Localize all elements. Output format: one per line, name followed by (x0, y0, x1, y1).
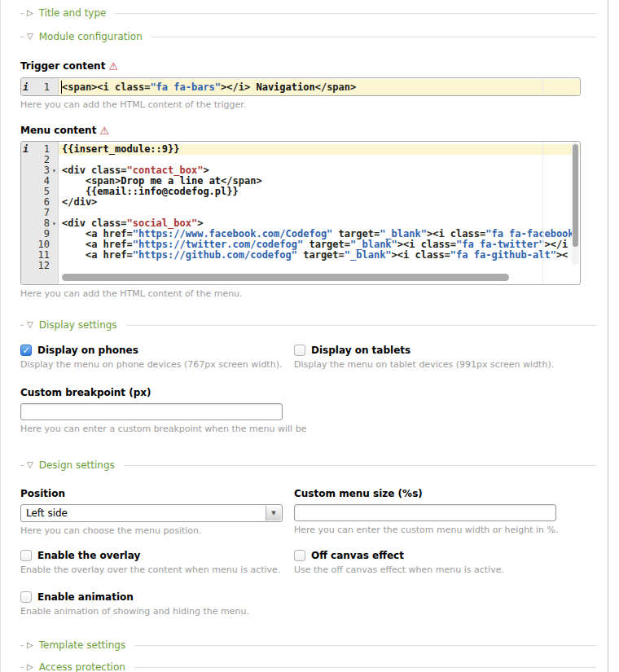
expand-triangle-icon[interactable]: ▽ (27, 33, 33, 41)
code-token: "_blank" (350, 239, 397, 250)
line-number: 1 (30, 79, 50, 95)
menu-size-help: Here you can enter the custom menu width… (294, 525, 596, 535)
section-toggle-display-settings[interactable]: ▽ Display settings (1, 318, 608, 332)
editor-line-9[interactable]: 9 <a href="https://www.facebook.com/Code… (21, 229, 580, 239)
editor-line-4[interactable]: 4 <span>Drop me a line at</span> (21, 176, 580, 187)
editor-line-11[interactable]: 11 <a href="https://github.com/codefog" … (21, 250, 580, 261)
section-label[interactable]: Access protection (39, 661, 125, 672)
gutter-cell: 2 (21, 155, 59, 165)
code-token: target= (332, 229, 380, 239)
editor-line-2[interactable]: 2 (21, 155, 580, 165)
editor-line-10[interactable]: 10 <a href="https://twitter.com/codefog"… (21, 239, 580, 250)
editor-line-5[interactable]: 5 {{email::info@codefog.pl}} (21, 187, 580, 197)
collapse-triangle-icon[interactable]: ▷ (27, 663, 33, 671)
code-line[interactable]: <a href="https://www.facebook.com/Codefo… (59, 229, 580, 239)
horizontal-scrollbar-thumb[interactable] (62, 274, 509, 281)
code-token (62, 250, 86, 261)
trigger-code-editor[interactable]: i1<span><i class="fa fa-bars"></i> Navig… (20, 77, 581, 96)
section-toggle-module-configuration[interactable]: ▽ Module configuration (1, 30, 608, 43)
vertical-scrollbar[interactable] (572, 143, 579, 265)
text-cursor (61, 81, 62, 94)
expand-triangle-icon[interactable]: ▽ (27, 461, 33, 469)
legend-rule (134, 667, 596, 668)
code-line[interactable]: {{email::info@codefog.pl}} (59, 187, 580, 197)
code-token: > (197, 218, 203, 229)
display-on-phones-checkbox[interactable] (20, 345, 32, 356)
collapse-triangle-icon[interactable]: ▷ (27, 641, 33, 649)
code-line[interactable]: <a href="https://twitter.com/codefog" ta… (59, 239, 580, 250)
gutter-spacer (50, 239, 59, 250)
code-line[interactable] (59, 261, 580, 271)
section-toggle-access-protection[interactable]: ▷ Access protection (1, 661, 608, 672)
gutter-spacer (50, 208, 59, 218)
gutter-spacer (21, 208, 30, 218)
display-on-tablets-row[interactable]: Display on tablets (294, 345, 596, 356)
editor-line-6[interactable]: 6</div> (21, 197, 580, 208)
editor-line-1[interactable]: i1<span><i class="fa fa-bars"></i> Navig… (21, 79, 580, 95)
enable-overlay-row[interactable]: Enable the overlay (1, 550, 294, 561)
code-token: "https://twitter.com/codefog" (133, 239, 304, 250)
code-token: <a href= (86, 250, 133, 261)
line-number: 12 (30, 261, 50, 271)
warning-icon: ⚠ (99, 125, 109, 137)
code-token: Navigation (256, 81, 314, 93)
section-label[interactable]: Template settings (39, 639, 125, 651)
section-toggle-title-and-type[interactable]: ▷ Title and type (1, 7, 608, 20)
code-token: ><i class= (427, 229, 485, 239)
editor-line-3[interactable]: 3▾<div class="contact_box"> (21, 165, 580, 176)
code-line[interactable] (59, 155, 580, 165)
code-line[interactable] (59, 208, 580, 218)
legend-rule (124, 465, 596, 466)
position-select[interactable]: Left side ▼ (20, 504, 283, 522)
horizontal-scrollbar[interactable] (62, 274, 570, 282)
vertical-scrollbar-thumb[interactable] (573, 144, 578, 247)
code-token: {{insert_module::9}} (62, 144, 180, 155)
menu-size-input[interactable] (294, 504, 556, 521)
gutter-spacer (21, 239, 30, 250)
code-token: "fa fa-bars" (150, 81, 221, 93)
enable-animation-row[interactable]: Enable animation (1, 591, 608, 603)
section-toggle-design-settings[interactable]: ▽ Design settings (1, 459, 608, 472)
off-canvas-checkbox[interactable] (294, 550, 305, 561)
gutter-cell: 7 (21, 208, 59, 218)
code-line[interactable]: </div> (59, 197, 580, 208)
section-toggle-template-settings[interactable]: ▷ Template settings (1, 639, 608, 652)
display-on-phones-row[interactable]: Display on phones (1, 345, 294, 356)
editor-line-8[interactable]: 8▾<div class="social_box"> (21, 218, 580, 229)
menu-code-editor[interactable]: i1{{insert_module::9}}23▾<div class="con… (20, 141, 581, 285)
select-dropdown-button[interactable]: ▼ (266, 506, 281, 520)
custom-breakpoint-input[interactable] (20, 403, 283, 420)
position-help: Here you can choose the menu position. (1, 525, 294, 536)
expand-triangle-icon[interactable]: ▽ (27, 321, 33, 329)
gutter-spacer (21, 261, 30, 271)
enable-overlay-checkbox[interactable] (20, 550, 32, 561)
collapse-triangle-icon[interactable]: ▷ (27, 9, 33, 17)
gutter-spacer (50, 144, 59, 155)
code-line[interactable]: {{insert_module::9}} (59, 144, 580, 155)
section-label[interactable]: Module configuration (39, 31, 143, 42)
fold-toggle-icon[interactable]: ▾ (50, 165, 59, 176)
display-on-tablets-checkbox[interactable] (294, 345, 305, 356)
legend-rule (134, 645, 596, 646)
syntax-info-icon[interactable]: i (21, 79, 30, 95)
code-line[interactable]: <div class="contact_box"> (59, 165, 580, 176)
editor-line-7[interactable]: 7 (21, 208, 580, 218)
fold-toggle-icon[interactable]: ▾ (50, 218, 59, 229)
editor-line-12[interactable]: 12 (21, 261, 580, 271)
gutter-spacer (50, 250, 59, 261)
code-token: > (203, 165, 209, 176)
code-line[interactable]: <span>Drop me a line at</span> (59, 176, 580, 187)
section-label[interactable]: Display settings (39, 319, 117, 331)
legend-dash (20, 37, 24, 37)
section-label[interactable]: Title and type (39, 7, 107, 19)
off-canvas-row[interactable]: Off canvas effect (294, 550, 596, 561)
editor-line-1[interactable]: i1{{insert_module::9}} (21, 144, 580, 155)
code-line[interactable]: <span><i class="fa fa-bars"></i> Navigat… (59, 79, 580, 95)
code-line[interactable]: <a href="https://github.com/codefog" tar… (59, 250, 580, 261)
code-token: </div> (62, 197, 97, 208)
syntax-info-icon[interactable]: i (21, 144, 30, 155)
code-line[interactable]: <div class="social_box"> (59, 218, 580, 229)
section-label[interactable]: Design settings (39, 459, 115, 471)
gutter-spacer (50, 155, 59, 165)
enable-animation-checkbox[interactable] (20, 591, 32, 603)
